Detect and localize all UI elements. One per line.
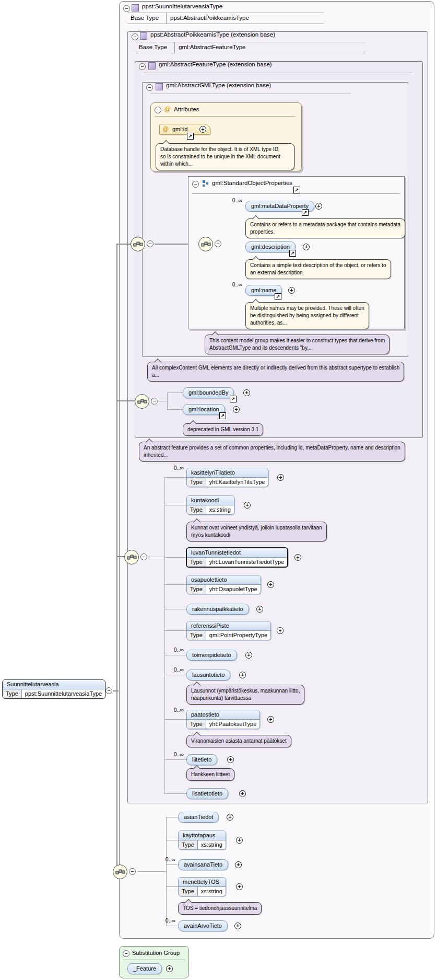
element-referenssipiste[interactable]: referenssiPiste Type gml:PointPropertyTy…	[186, 621, 271, 640]
element-feature-head[interactable]: _Feature	[127, 963, 162, 974]
element-luvantunnistetiedot[interactable]: luvanTunnistetiedot Type yht:LuvanTunnis…	[186, 547, 288, 568]
complextype-icon	[148, 62, 156, 70]
occurrence-label: 0..∞	[161, 707, 184, 713]
expand-icon[interactable]: +	[235, 861, 242, 868]
divider	[143, 73, 412, 73]
expand-icon[interactable]: +	[256, 606, 263, 613]
element-avainarvotieto[interactable]: avainArvoTieto	[178, 920, 228, 931]
note-lausunnot: Lausunnot (ympäristökeskus, maakunnan li…	[186, 685, 304, 705]
connector-line	[116, 244, 117, 872]
annotation-description: Contains a simple text description of th…	[245, 259, 391, 279]
element-lausuntotieto[interactable]: lausuntotieto	[186, 670, 230, 681]
element-osapuolettieto[interactable]: osapuolettieto Type yht:OsapuoletType	[186, 575, 261, 594]
connector-line	[166, 817, 167, 926]
expand-icon[interactable]: +	[227, 814, 233, 821]
note-line: a...	[152, 372, 399, 379]
goto-definition-icon[interactable]: ↗	[187, 133, 194, 140]
expand-icon[interactable]: +	[277, 627, 284, 634]
element-label: menettelyTOS	[179, 878, 226, 887]
sequence-icon[interactable]	[198, 237, 213, 251]
note-line: TOS = tiedonohjaussuunnitelma	[183, 905, 257, 912]
collapse-icon[interactable]: −	[147, 240, 153, 247]
note-hankkeen-liitteet: Hankkeen liitteet	[186, 768, 234, 781]
element-kuntakoodi[interactable]: kuntakoodi Type xs:string	[186, 495, 234, 515]
type-value: yht:KasittelynTilaType	[206, 478, 268, 487]
element-gml-location[interactable]: gml:location	[183, 404, 225, 415]
expand-icon[interactable]: +	[294, 554, 301, 561]
element-paatostieto[interactable]: paatostieto Type yht:PaatoksetType	[186, 710, 260, 729]
occurrence-label: 0..∞	[219, 197, 242, 203]
expand-icon[interactable]: +	[199, 126, 206, 133]
goto-definition-icon[interactable]: ↗	[230, 396, 237, 402]
note-line: inherited...	[144, 452, 400, 459]
collapse-icon[interactable]: −	[129, 868, 136, 875]
goto-definition-icon[interactable]: ↗	[302, 209, 309, 216]
element-rakennuspaikkatieto[interactable]: rakennuspaikkatieto	[186, 604, 249, 615]
expand-icon[interactable]: +	[244, 502, 251, 509]
goto-definition-icon[interactable]: ↗	[219, 412, 226, 419]
element-toimenpidetieto[interactable]: toimenpidetieto	[186, 650, 237, 661]
expand-icon[interactable]: +	[227, 756, 234, 763]
expand-icon[interactable]: +	[233, 406, 240, 413]
sequence-icon[interactable]	[113, 864, 127, 879]
divider	[127, 24, 324, 24]
divider	[150, 94, 351, 94]
expand-icon[interactable]: +	[236, 837, 243, 844]
collapse-icon[interactable]: −	[155, 107, 161, 113]
expand-icon[interactable]: +	[236, 883, 243, 890]
connector-line	[164, 675, 186, 675]
annotation-gml-id: Database handle for the object. It is of…	[156, 143, 294, 170]
divider	[166, 13, 167, 24]
expand-icon[interactable]: +	[243, 389, 250, 396]
collapse-icon[interactable]: −	[123, 950, 129, 957]
sequence-icon[interactable]	[124, 550, 139, 564]
collapse-icon[interactable]: −	[146, 84, 153, 91]
element-asiantiedot[interactable]: asianTiedot	[178, 812, 219, 823]
collapse-icon[interactable]: −	[123, 5, 130, 12]
connector-line	[164, 477, 165, 794]
expand-icon[interactable]: +	[267, 581, 274, 588]
type-label: Type	[187, 478, 206, 487]
expand-icon[interactable]: +	[239, 790, 246, 797]
expand-icon[interactable]: +	[315, 203, 322, 210]
expand-icon[interactable]: +	[166, 965, 173, 972]
expand-icon[interactable]: +	[245, 652, 252, 659]
collapse-icon[interactable]: −	[139, 63, 146, 70]
connector-line	[159, 401, 167, 401]
occurrence-label: 0..∞	[152, 917, 175, 924]
element-gml-description[interactable]: gml:description	[245, 241, 296, 252]
element-kasittelyntilatieto[interactable]: kasittelynTilatieto Type yht:KasittelynT…	[186, 468, 268, 487]
goto-definition-icon[interactable]: ↗	[293, 187, 300, 193]
expand-icon[interactable]: +	[234, 923, 241, 929]
element-gml-boundedby[interactable]: gml:boundedBy	[183, 387, 234, 398]
collapse-icon[interactable]: −	[105, 687, 112, 694]
goto-definition-icon[interactable]: ↗	[275, 293, 281, 300]
collapse-icon[interactable]: −	[132, 33, 138, 40]
collapse-icon[interactable]: −	[192, 181, 199, 188]
type-value: yht:PaatoksetType	[206, 720, 260, 729]
element-kayttotapaus[interactable]: kayttotapaus Type xs:string	[178, 831, 226, 850]
expand-icon[interactable]: +	[239, 672, 246, 678]
expand-icon[interactable]: +	[277, 474, 284, 481]
type-value: xs:string	[198, 840, 226, 849]
connector-line	[167, 393, 183, 393]
annotation-line: within which...	[160, 160, 290, 168]
expand-icon[interactable]: +	[288, 287, 295, 294]
collapse-icon[interactable]: −	[140, 554, 147, 560]
element-suunnittelutarveasia[interactable]: Suunnittelutarveasia Type ppst:Suunnitte…	[2, 679, 105, 699]
element-avainsanatieto[interactable]: avainsanaTieto	[178, 859, 228, 870]
base-type-label: Base Type	[139, 44, 167, 50]
connector-line	[164, 477, 186, 478]
element-liitetieto[interactable]: liitetieto	[186, 754, 217, 765]
collapse-icon[interactable]: −	[215, 240, 221, 247]
expand-icon[interactable]: +	[303, 244, 310, 250]
sequence-icon[interactable]	[131, 237, 145, 251]
expand-icon[interactable]: +	[267, 716, 274, 723]
element-menettelytos[interactable]: menettelyTOS Type xs:string	[178, 877, 226, 896]
sequence-icon[interactable]	[135, 394, 149, 409]
goto-definition-icon[interactable]: ↗	[289, 250, 296, 257]
complextype-icon	[132, 4, 139, 11]
collapse-icon[interactable]: −	[151, 398, 158, 405]
element-lisatietotieto[interactable]: lisatietotieto	[186, 788, 228, 799]
connector-line	[164, 655, 186, 655]
